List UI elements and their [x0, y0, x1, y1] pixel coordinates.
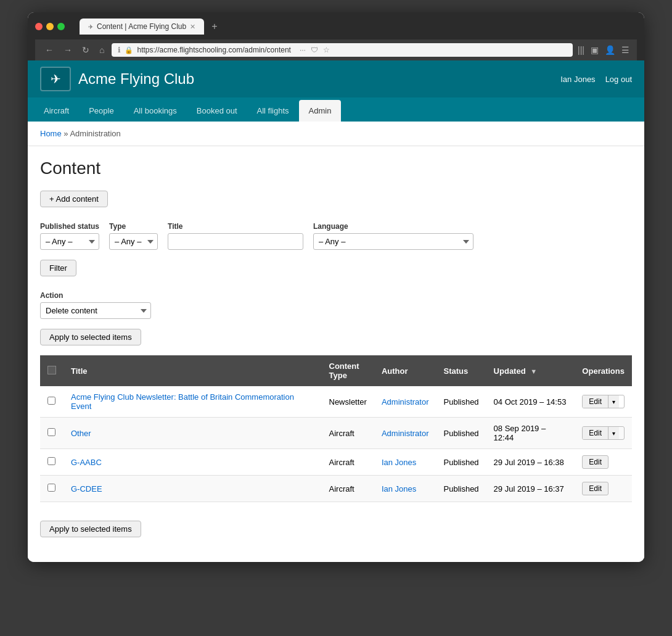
nav-tab-people[interactable]: People [79, 100, 123, 122]
new-tab-button[interactable]: + [207, 19, 222, 35]
nav-tab-all-flights[interactable]: All flights [247, 100, 299, 122]
address-bar-row: ← → ↻ ⌂ ℹ 🔒 https://acme.flightschooling… [35, 39, 637, 60]
app-title: Acme Flying Club [78, 70, 194, 88]
row-author-link[interactable]: Administrator [382, 397, 429, 407]
published-status-select[interactable]: – Any – [40, 233, 99, 250]
row-checkbox-cell [40, 418, 64, 449]
row-content-type: Aircraft [322, 418, 374, 449]
edit-btn-group: Edit ▾ [582, 426, 625, 440]
header-user-area: Ian Jones Log out [560, 75, 632, 84]
th-checkbox[interactable] [40, 355, 64, 386]
content-table: Title ContentType Author Status Updated … [40, 355, 632, 502]
edit-dropdown-button[interactable]: ▾ [608, 427, 619, 439]
language-select[interactable]: – Any – [313, 233, 473, 250]
info-icon: ℹ [118, 46, 121, 54]
edit-dropdown-button[interactable]: ▾ [608, 395, 619, 408]
row-author-link[interactable]: Administrator [382, 429, 429, 438]
filters-row: Published status – Any – Type – Any – Ti… [40, 222, 632, 250]
title-input[interactable] [168, 233, 303, 250]
row-content-type: Aircraft [322, 476, 374, 502]
logout-link[interactable]: Log out [605, 75, 632, 84]
minimize-button[interactable] [46, 23, 54, 30]
th-title: Title [64, 355, 322, 386]
header-checkbox[interactable] [47, 366, 56, 374]
edit-button[interactable]: Edit [582, 482, 608, 495]
page-title: Content [40, 159, 632, 178]
nav-tab-aircraft[interactable]: Aircraft [34, 100, 79, 122]
close-button[interactable] [35, 23, 43, 30]
row-updated: 04 Oct 2019 – 14:53 [486, 386, 575, 418]
table-row: G-CDEE Aircraft Ian Jones Published 29 J… [40, 476, 632, 502]
row-title-link[interactable]: G-AABC [71, 458, 102, 467]
breadcrumb-current: Administration [70, 129, 120, 138]
row-title-link[interactable]: G-CDEE [71, 484, 102, 494]
row-author-cell: Administrator [374, 386, 436, 418]
row-operations: Edit [575, 476, 632, 502]
action-label: Action [40, 291, 632, 300]
bottom-apply-row: Apply to selected items [40, 514, 632, 550]
reload-button[interactable]: ↻ [80, 44, 92, 56]
table-row: Other Aircraft Administrator Published 0… [40, 418, 632, 449]
lock-icon: 🔒 [125, 46, 133, 54]
home-button[interactable]: ⌂ [97, 44, 107, 56]
menu-icon: ☰ [621, 45, 629, 55]
action-select[interactable]: Delete content [40, 302, 151, 319]
row-content-type: Aircraft [322, 449, 374, 476]
row-author-link[interactable]: Ian Jones [382, 458, 416, 467]
edit-button[interactable]: Edit [582, 455, 608, 469]
row-operations: Edit ▾ [575, 418, 632, 449]
row-checkbox[interactable] [47, 397, 55, 405]
filter-button[interactable]: Filter [40, 260, 76, 276]
shield-icon: 🛡 [311, 46, 318, 54]
th-content-type: ContentType [322, 355, 374, 386]
nav-tab-all-bookings[interactable]: All bookings [124, 100, 187, 122]
filter-group-type: Type – Any – [109, 222, 158, 250]
row-checkbox[interactable] [47, 428, 55, 436]
table-row: G-AABC Aircraft Ian Jones Published 29 J… [40, 449, 632, 476]
tab-close-icon[interactable]: ✕ [190, 23, 195, 31]
app-logo-icon: ✈ [40, 67, 71, 91]
row-checkbox[interactable] [47, 484, 55, 492]
row-checkbox[interactable] [47, 457, 55, 465]
row-status: Published [436, 449, 486, 476]
nav-tab-admin[interactable]: Admin [299, 100, 342, 122]
row-title-link[interactable]: Acme Flying Club Newsletter: Battle of B… [71, 392, 294, 411]
add-content-button[interactable]: + Add content [40, 191, 108, 207]
type-select[interactable]: – Any – [109, 233, 158, 250]
app-logo-area: ✈ Acme Flying Club [40, 67, 194, 91]
active-tab[interactable]: ✈ Content | Acme Flying Club ✕ [80, 19, 204, 35]
row-title-link[interactable]: Other [71, 429, 91, 438]
nav-tab-booked-out[interactable]: Booked out [187, 100, 247, 122]
apply-bottom-button[interactable]: Apply to selected items [40, 521, 141, 537]
address-bar[interactable]: ℹ 🔒 https://acme.flightschooling.com/adm… [112, 43, 573, 57]
breadcrumb-home[interactable]: Home [40, 129, 62, 138]
tabs-icon: ▣ [591, 45, 599, 55]
row-title-cell: Acme Flying Club Newsletter: Battle of B… [64, 386, 322, 418]
app-header: ✈ Acme Flying Club Ian Jones Log out [28, 60, 644, 97]
filter-group-title: Title [168, 222, 303, 250]
url-text: https://acme.flightschooling.com/admin/c… [137, 46, 290, 54]
back-button[interactable]: ← [43, 44, 56, 56]
tab-label: Content | Acme Flying Club [97, 22, 186, 31]
apply-top-button[interactable]: Apply to selected items [40, 329, 141, 345]
edit-btn-group: Edit ▾ [582, 395, 625, 408]
action-row: Action Delete content [40, 291, 632, 319]
edit-button[interactable]: Edit [583, 427, 608, 439]
th-updated[interactable]: Updated ▼ [486, 355, 575, 386]
row-author-cell: Ian Jones [374, 476, 436, 502]
row-author-cell: Administrator [374, 418, 436, 449]
browser-chrome: ✈ Content | Acme Flying Club ✕ + ← → ↻ ⌂… [28, 12, 644, 60]
action-row-inner: Delete content [40, 302, 632, 319]
tab-favicon: ✈ [88, 23, 93, 30]
row-operations: Edit ▾ [575, 386, 632, 418]
row-checkbox-cell [40, 449, 64, 476]
row-title-cell: G-CDEE [64, 476, 322, 502]
row-operations: Edit [575, 449, 632, 476]
row-updated: 08 Sep 2019 – 12:44 [486, 418, 575, 449]
row-author-link[interactable]: Ian Jones [382, 484, 416, 494]
traffic-lights [35, 23, 65, 30]
row-updated: 29 Jul 2019 – 16:37 [486, 476, 575, 502]
maximize-button[interactable] [57, 23, 65, 30]
edit-button[interactable]: Edit [583, 395, 608, 408]
forward-button[interactable]: → [61, 44, 75, 56]
